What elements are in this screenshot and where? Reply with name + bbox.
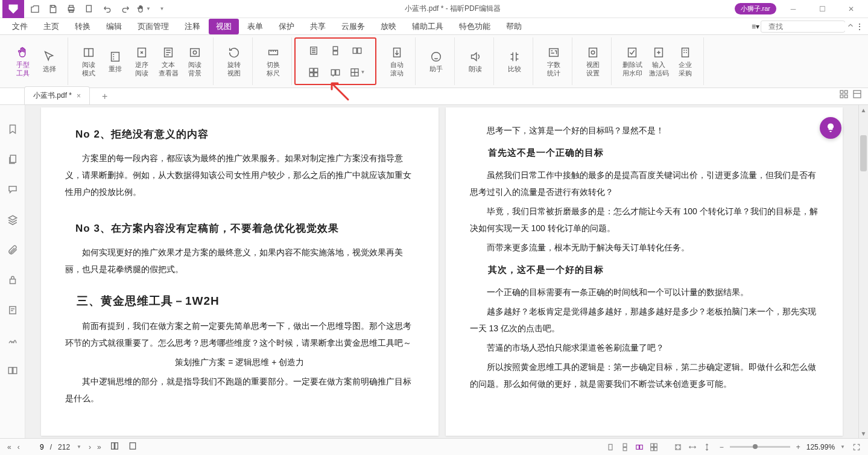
- svg-rect-1: [69, 5, 74, 7]
- menu-page[interactable]: 页面管理: [130, 19, 176, 34]
- speaker-icon: [468, 49, 483, 64]
- ribbon: 手型工具 选择 阅读模式 重排 逆序阅读 文本查看器 阅读背景: [0, 35, 868, 88]
- read-aloud-button[interactable]: 朗读: [462, 39, 489, 84]
- quick-new-icon[interactable]: [82, 2, 97, 16]
- menu-annotate[interactable]: 注释: [177, 19, 207, 34]
- compare-button[interactable]: 比较: [501, 39, 528, 84]
- scroll-icon: [390, 45, 404, 60]
- svg-rect-27: [589, 48, 597, 57]
- svg-rect-34: [840, 95, 843, 98]
- assistant-button[interactable]: 助手: [423, 39, 449, 84]
- svg-rect-14: [333, 51, 338, 54]
- quick-hand-icon[interactable]: ▼: [136, 2, 151, 16]
- menu-help[interactable]: 帮助: [499, 19, 529, 34]
- reflow-icon: [108, 49, 122, 64]
- svg-rect-29: [629, 48, 636, 57]
- layout-continuous-icon[interactable]: [326, 41, 345, 60]
- menu-assist[interactable]: 辅助工具: [405, 19, 451, 34]
- quick-open-icon[interactable]: [28, 2, 42, 16]
- watermark-icon: [625, 45, 639, 60]
- remove-watermark-button[interactable]: 删除试用水印: [619, 39, 645, 84]
- viewmode-grid-icon[interactable]: [839, 89, 849, 99]
- enterprise-button[interactable]: 企业采购: [672, 39, 699, 84]
- titlebar: ▼ ▼ 小蓝书.pdf * - 福昕PDF编辑器 小狮子.rar ─ ☐ ✕: [0, 0, 868, 18]
- menu-feature[interactable]: 特色功能: [452, 19, 498, 34]
- select-button[interactable]: 选择: [36, 39, 63, 84]
- read-bg-button[interactable]: 阅读背景: [182, 39, 208, 84]
- hand-tool-button[interactable]: 手型工具: [10, 39, 36, 84]
- reflow-button[interactable]: 重排: [102, 39, 128, 84]
- close-button[interactable]: ✕: [839, 0, 863, 18]
- rotate-view-button[interactable]: 旋转视图: [221, 39, 247, 84]
- menu-edit[interactable]: 编辑: [99, 19, 129, 34]
- collapse-ribbon-icon[interactable]: [846, 21, 855, 31]
- user-badge[interactable]: 小狮子.rar: [735, 3, 777, 14]
- reverse-read-button[interactable]: 逆序阅读: [128, 39, 155, 84]
- menu-kebab-icon[interactable]: ⋮: [856, 22, 863, 31]
- svg-rect-20: [314, 72, 318, 76]
- reverse-icon: [135, 45, 149, 60]
- svg-rect-31: [682, 48, 689, 57]
- auto-scroll-button[interactable]: 自动滚动: [384, 39, 410, 84]
- svg-rect-3: [86, 5, 91, 12]
- quick-undo-icon[interactable]: [100, 2, 115, 16]
- svg-point-25: [432, 52, 441, 62]
- menu-home[interactable]: 主页: [36, 19, 66, 34]
- menu-present[interactable]: 放映: [373, 19, 404, 34]
- toggle-ruler-button[interactable]: 切换标尺: [260, 39, 287, 84]
- menu-cloud[interactable]: 云服务: [334, 19, 372, 34]
- assistant-icon: [429, 49, 443, 64]
- svg-rect-35: [844, 95, 847, 98]
- menu-file[interactable]: 文件: [5, 19, 35, 34]
- minimize-button[interactable]: ─: [781, 0, 805, 18]
- compare-icon: [507, 49, 522, 64]
- menu-view[interactable]: 视图: [209, 19, 239, 34]
- ruler-icon: [266, 45, 280, 60]
- menu-protect[interactable]: 保护: [271, 19, 302, 34]
- search-input[interactable]: [768, 22, 859, 31]
- quick-save-icon[interactable]: [46, 2, 60, 16]
- page-layout-group: ▼: [294, 37, 376, 85]
- layout-split-icon[interactable]: ▼: [347, 63, 367, 82]
- document-tab[interactable]: 小蓝书.pdf * ×: [24, 86, 90, 104]
- rotate-icon: [227, 45, 241, 60]
- text-icon: [161, 45, 176, 60]
- menu-overflow-icon[interactable]: ≡▾: [752, 22, 759, 31]
- layout-facing-cont-icon[interactable]: [304, 63, 323, 82]
- text-viewer-button[interactable]: 文本查看器: [155, 39, 182, 84]
- menubar: 文件 主页 转换 编辑 页面管理 注释 视图 表单 保护 共享 云服务 放映 辅…: [0, 18, 868, 35]
- quick-redo-icon[interactable]: [118, 2, 133, 16]
- word-count-button[interactable]: 字数统计: [540, 39, 567, 84]
- tabbar: 小蓝书.pdf * × +: [0, 88, 868, 105]
- svg-point-28: [591, 51, 595, 55]
- svg-point-10: [193, 51, 197, 55]
- viewmode-panel-icon[interactable]: [852, 89, 862, 99]
- svg-rect-19: [309, 72, 313, 76]
- menu-share[interactable]: 共享: [303, 19, 333, 34]
- count-icon: [546, 45, 561, 60]
- menu-convert[interactable]: 转换: [68, 19, 98, 34]
- add-tab-button[interactable]: +: [97, 89, 112, 104]
- svg-rect-17: [309, 68, 313, 72]
- search-box[interactable]: [761, 21, 845, 33]
- svg-rect-15: [353, 48, 356, 53]
- svg-rect-13: [333, 46, 338, 50]
- close-tab-icon[interactable]: ×: [77, 92, 81, 100]
- hand-icon: [16, 45, 30, 60]
- view-settings-button[interactable]: 视图设置: [580, 39, 606, 84]
- svg-rect-36: [854, 91, 861, 98]
- layout-facing-icon[interactable]: [347, 41, 367, 60]
- building-icon: [678, 45, 692, 60]
- read-mode-button[interactable]: 阅读模式: [75, 39, 102, 84]
- key-icon: [651, 45, 666, 60]
- layout-single-icon[interactable]: [304, 41, 323, 60]
- input-code-button[interactable]: 输入激活码: [645, 39, 672, 84]
- app-logo: [2, 0, 24, 18]
- svg-rect-21: [331, 69, 335, 75]
- quick-print-icon[interactable]: [64, 2, 78, 16]
- tab-label: 小蓝书.pdf *: [33, 91, 72, 101]
- maximize-button[interactable]: ☐: [810, 0, 834, 18]
- layout-cover-icon[interactable]: [326, 63, 345, 82]
- menu-form[interactable]: 表单: [240, 19, 270, 34]
- quick-more-icon[interactable]: ▼: [154, 2, 169, 16]
